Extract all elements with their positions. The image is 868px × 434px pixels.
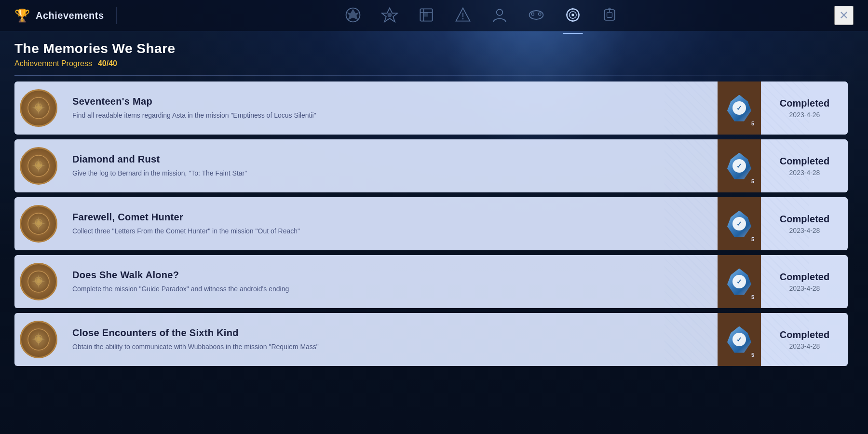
achievement-description: Find all readable items regarding Asta i… [72,111,708,121]
svg-point-31 [37,163,41,167]
section-title: The Memories We Share [14,41,854,56]
svg-point-34 [37,221,41,225]
card-completed-area: Completed 2023-4-26 [761,81,848,135]
reward-check-mark: ✓ [732,333,746,346]
close-button[interactable]: ✕ [834,6,854,25]
card-completed-area: Completed 2023-4-28 [761,255,848,308]
badge-svg: ✦ [27,327,51,352]
svg-point-11 [497,9,503,15]
tab-memories-icon [563,5,583,25]
completion-date: 2023-4-28 [789,227,820,234]
progress-label: Achievement Progress [14,59,92,68]
card-text-area: Farewell, Comet Hunter Collect three "Le… [63,204,718,244]
tab-exploration[interactable] [337,3,369,27]
progress-line: Achievement Progress 40/40 [14,59,854,68]
badge-svg: ✦ [27,154,51,178]
completion-date: 2023-4-28 [789,342,820,350]
completion-date: 2023-4-28 [789,285,820,292]
badge-svg: ✦ [27,212,51,236]
tab-characters[interactable] [483,3,516,27]
main-container: 🏆 Achievements [0,0,868,434]
reward-count: 5 [751,178,754,184]
reward-count: 5 [751,236,754,242]
achievement-description: Obtain the ability to communicate with W… [72,342,708,352]
achievement-card[interactable]: ✦ Diamond and Rust Give the log to Berna… [14,139,848,192]
achievement-description: Collect three "Letters From the Comet Hu… [72,227,708,236]
reward-icon: ✓ 5 [722,147,756,185]
card-icon-area: ✦ [14,313,63,366]
reward-count: 5 [751,294,754,300]
progress-value: 40/40 [98,59,117,68]
reward-icon: ✓ 5 [722,89,756,127]
card-reward-area: ✓ 5 [718,313,761,366]
achievement-badge-icon: ✦ [20,263,57,300]
achievement-description: Complete the mission "Guide Paradox" and… [72,285,708,294]
svg-rect-7 [424,13,428,17]
achievement-name: Farewell, Comet Hunter [72,212,708,223]
card-icon-area: ✦ [14,139,63,192]
completion-date: 2023-4-28 [789,169,820,176]
svg-point-12 [529,11,543,19]
achievement-badge-icon: ✦ [20,89,57,127]
tab-masquerade[interactable] [520,3,553,27]
card-completed-area: Completed 2023-4-28 [761,313,848,366]
nav-title-area: 🏆 Achievements [14,8,104,23]
tab-story[interactable] [410,3,443,27]
tab-combat[interactable] [373,3,406,27]
reward-check-mark: ✓ [732,217,746,231]
badge-svg: ✦ [27,270,51,294]
card-text-area: Does She Walk Alone? Complete the missio… [63,262,718,301]
achievement-badge-icon: ✦ [20,205,57,243]
svg-point-24 [609,8,611,10]
svg-point-10 [462,18,464,20]
trophy-icon: 🏆 [14,8,30,23]
achievement-badge-icon: ✦ [20,147,57,185]
reward-check-mark: ✓ [732,101,746,115]
achievement-card[interactable]: ✦ Farewell, Comet Hunter Collect three "… [14,197,848,250]
tab-characters-icon [490,5,509,25]
card-text-area: Seventeen's Map Find all readable items … [63,89,718,128]
reward-count: 5 [751,352,754,358]
completion-status: Completed [780,329,829,340]
reward-icon: ✓ 5 [722,262,756,301]
achievement-card[interactable]: ✦ Close Encounters of the Sixth Kind Obt… [14,313,848,366]
achievement-name: Does She Walk Alone? [72,270,708,281]
svg-point-14 [539,13,541,15]
nav-tabs [129,3,834,27]
content-area: The Memories We Share Achievement Progre… [0,31,868,434]
card-completed-area: Completed 2023-4-28 [761,197,848,250]
achievement-name: Diamond and Rust [72,154,708,165]
svg-point-28 [37,106,41,109]
svg-rect-23 [607,13,612,18]
tab-memories[interactable] [556,3,589,27]
tab-masquerade-icon [527,5,546,25]
achievement-description: Give the log to Bernard in the mission, … [72,169,708,178]
card-reward-area: ✓ 5 [718,197,761,250]
achievement-name: Seventeen's Map [72,96,708,107]
svg-point-3 [388,13,392,17]
achievement-list[interactable]: ✦ Seventeen's Map Find all readable item… [14,81,854,434]
svg-point-40 [37,337,41,341]
card-icon-area: ✦ [14,81,63,135]
section-header: The Memories We Share Achievement Progre… [14,31,854,75]
reward-check-mark: ✓ [732,275,746,288]
achievement-card[interactable]: ✦ Does She Walk Alone? Complete the miss… [14,255,848,308]
nav-title: Achievements [36,10,104,21]
reward-icon: ✓ 5 [722,204,756,243]
achievement-badge-icon: ✦ [20,321,57,358]
card-text-area: Close Encounters of the Sixth Kind Obtai… [63,320,718,359]
badge-svg: ✦ [27,96,51,120]
section-separator [14,75,854,76]
completion-date: 2023-4-26 [789,111,820,119]
tab-world[interactable] [593,3,626,27]
svg-marker-1 [347,9,359,20]
tab-quests-icon [453,5,473,25]
completion-status: Completed [780,271,829,283]
svg-point-17 [572,14,574,16]
card-reward-area: ✓ 5 [718,139,761,192]
tab-quests[interactable] [447,3,479,27]
svg-point-37 [37,279,41,283]
achievement-card[interactable]: ✦ Seventeen's Map Find all readable item… [14,81,848,135]
achievement-name: Close Encounters of the Sixth Kind [72,327,708,339]
card-completed-area: Completed 2023-4-28 [761,139,848,192]
